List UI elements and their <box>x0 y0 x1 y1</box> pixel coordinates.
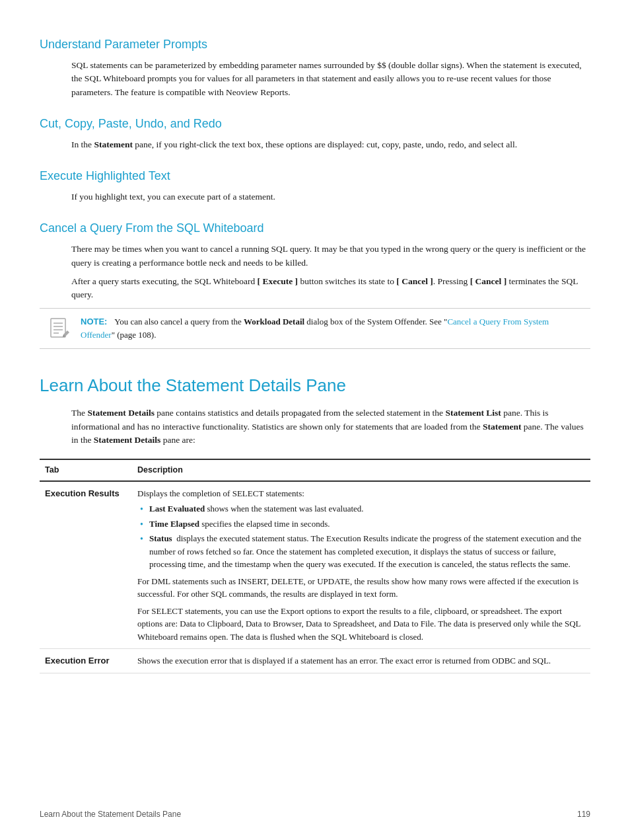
execution-results-desc: Displays the completion of SELECT statem… <box>132 481 590 649</box>
cut-copy-paste-title: Cut, Copy, Paste, Undo, and Redo <box>40 115 590 133</box>
execution-results-label: Execution Results <box>40 481 132 649</box>
note-box: NOTE: You can also cancel a query from t… <box>40 308 590 349</box>
execution-results-para1: For DML statements such as INSERT, DELET… <box>137 575 585 601</box>
execute-highlighted-text-title: Execute Highlighted Text <box>40 167 590 185</box>
cut-copy-paste-body: In the Statement pane, if you right-clic… <box>71 138 590 151</box>
execution-results-intro: Displays the completion of SELECT statem… <box>137 487 585 500</box>
note-content: NOTE: You can also cancel a query from t… <box>81 315 582 341</box>
execute-highlighted-text-body: If you highlight text, you can execute p… <box>71 190 590 204</box>
cut-copy-paste-text: In the Statement pane, if you right-clic… <box>71 138 590 151</box>
note-text: You can also cancel a query from the Wor… <box>81 317 549 340</box>
cut-copy-paste-section: Cut, Copy, Paste, Undo, and Redo In the … <box>40 115 590 151</box>
cancel-query-section: Cancel a Query From the SQL Whiteboard T… <box>40 219 590 349</box>
cancel-query-text2: After a query starts executing, the SQL … <box>71 275 590 302</box>
main-section-title: Learn About the Statement Details Pane <box>40 373 590 399</box>
footer-page-number: 119 <box>577 808 590 820</box>
cancel-query-text1: There may be times when you want to canc… <box>71 243 590 270</box>
understand-parameter-prompts-text: SQL statements can be parameterized by e… <box>71 59 590 99</box>
list-item: Last Evaluated shows when the statement … <box>137 502 585 515</box>
main-section: Learn About the Statement Details Pane T… <box>40 373 590 673</box>
execute-highlighted-text-section: Execute Highlighted Text If you highligh… <box>40 167 590 204</box>
main-section-intro: The Statement Details pane contains stat… <box>71 406 590 447</box>
cancel-query-title: Cancel a Query From the SQL Whiteboard <box>40 219 590 237</box>
note-label: NOTE: <box>81 317 107 326</box>
table-row: Execution Error Shows the execution erro… <box>40 649 590 673</box>
list-item: Status displays the executed statement s… <box>137 532 585 571</box>
understand-parameter-prompts-body: SQL statements can be parameterized by e… <box>71 59 590 99</box>
table-header-row: Tab Description <box>40 459 590 481</box>
table-col1-header: Tab <box>40 459 132 481</box>
footer-left-label: Learn About the Statement Details Pane <box>40 808 181 820</box>
execution-results-bullets: Last Evaluated shows when the statement … <box>137 502 585 571</box>
table-col2-header: Description <box>132 459 590 481</box>
execution-error-text: Shows the execution error that is displa… <box>137 654 585 668</box>
note-icon <box>48 317 73 342</box>
svg-rect-0 <box>51 319 65 337</box>
execution-error-label: Execution Error <box>40 649 132 673</box>
main-section-intro-text: The Statement Details pane contains stat… <box>71 406 590 447</box>
execute-highlighted-text-text: If you highlight text, you can execute p… <box>71 190 590 204</box>
cancel-query-body: There may be times when you want to canc… <box>71 243 590 301</box>
execution-error-desc: Shows the execution error that is displa… <box>132 649 590 673</box>
execution-results-para2: For SELECT statements, you can use the E… <box>137 605 585 644</box>
table-row: Execution Results Displays the completio… <box>40 481 590 649</box>
understand-parameter-prompts-section: Understand Parameter Prompts SQL stateme… <box>40 36 590 99</box>
details-table: Tab Description Execution Results Displa… <box>40 459 590 673</box>
note-link[interactable]: Cancel a Query From System Offender <box>81 317 549 340</box>
list-item: Time Elapsed specifies the elapsed time … <box>137 517 585 531</box>
understand-parameter-prompts-title: Understand Parameter Prompts <box>40 36 590 54</box>
